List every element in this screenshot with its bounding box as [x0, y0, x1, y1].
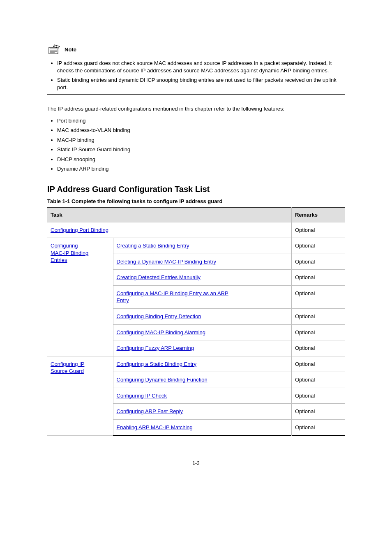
- subtask-cell: Configuring Binding Entry Detection: [113, 309, 291, 325]
- table-row: Configuring IP Source Guard Configuring …: [47, 356, 345, 372]
- remarks-cell: Optional: [291, 340, 345, 356]
- task-group-ip-source-guard: Configuring IP Source Guard: [47, 356, 113, 435]
- top-rule: [47, 29, 345, 29]
- remarks-cell: Optional: [291, 388, 345, 404]
- feature-item: Dynamic ARP binding: [57, 165, 345, 173]
- feature-item: Static IP Source Guard binding: [57, 146, 345, 154]
- remarks-cell: Optional: [291, 254, 345, 270]
- note-icon: [47, 44, 61, 55]
- remarks-cell: Optional: [291, 270, 345, 286]
- remarks-cell: Optional: [291, 404, 345, 420]
- link-binding-entry-detection[interactable]: Configuring Binding Entry Detection: [117, 313, 201, 319]
- link-ip-check[interactable]: Configuring IP Check: [117, 393, 167, 399]
- link-arp-fast-reply[interactable]: Configuring ARP Fast Reply: [117, 408, 183, 414]
- subtask-cell: Configuring ARP Fast Reply: [113, 404, 291, 420]
- link-mac-ip-as-arp-entry[interactable]: Configuring a MAC-IP Binding Entry as an…: [117, 290, 228, 304]
- note-item: Static binding entries and dynamic DHCP …: [57, 76, 345, 91]
- link-dynamic-binding-function[interactable]: Configuring Dynamic Binding Function: [117, 377, 208, 383]
- link-line: Entry: [117, 297, 129, 303]
- note-item: IP address guard does not check source M…: [57, 60, 345, 74]
- remarks-cell: Optional: [291, 222, 345, 238]
- link-configuring-port-binding[interactable]: Configuring Port Binding: [51, 227, 108, 233]
- link-arp-mac-ip-matching[interactable]: Enabling ARP MAC-IP Matching: [117, 424, 193, 430]
- table-caption: Table 1-1 Complete the following tasks t…: [47, 198, 345, 204]
- task-cell: Configuring Port Binding: [47, 222, 291, 238]
- feature-item: DHCP snooping: [57, 155, 345, 164]
- section-heading: IP Address Guard Configuration Task List: [47, 185, 345, 194]
- subtask-cell: Configuring MAC-IP Binding Alarming: [113, 324, 291, 340]
- link-static-binding-entry-2[interactable]: Configuring a Static Binding Entry: [117, 361, 196, 367]
- subtask-cell: Enabling ARP MAC-IP Matching: [113, 419, 291, 435]
- link-line: MAC-IP Binding: [51, 250, 88, 256]
- page-container: Note IP address guard does not check sou…: [0, 0, 392, 483]
- remarks-cell: Optional: [291, 285, 345, 308]
- link-configuring-ip-source-guard[interactable]: Configuring IP Source Guard: [51, 361, 84, 375]
- note-header: Note: [47, 44, 345, 55]
- feature-item: Port binding: [57, 117, 345, 125]
- remarks-cell: Optional: [291, 309, 345, 325]
- feature-list: Port binding MAC address-to-VLAN binding…: [57, 117, 345, 173]
- remarks-cell: Optional: [291, 238, 345, 254]
- task-table: Task Remarks Configuring Port Binding Op…: [47, 207, 345, 436]
- subtask-cell: Configuring Dynamic Binding Function: [113, 372, 291, 388]
- link-line: Entries: [51, 257, 67, 263]
- remarks-cell: Optional: [291, 419, 345, 435]
- link-line: Configuring a MAC-IP Binding Entry as an…: [117, 290, 228, 296]
- intro-paragraph: The IP address guard-related configurati…: [47, 105, 345, 113]
- link-mac-ip-binding-alarming[interactable]: Configuring MAC-IP Binding Alarming: [117, 329, 206, 335]
- note-bottom-rule: [47, 94, 345, 95]
- note-label: Note: [65, 46, 76, 53]
- subtask-cell: Configuring a Static Binding Entry: [113, 356, 291, 372]
- link-line: Configuring IP: [51, 361, 84, 367]
- subtask-cell: Creating a Static Binding Entry: [113, 238, 291, 254]
- link-configuring-mac-ip-binding-entries[interactable]: Configuring MAC-IP Binding Entries: [51, 243, 88, 263]
- subtask-cell: Creating Detected Entries Manually: [113, 270, 291, 286]
- feature-item: MAC address-to-VLAN binding: [57, 126, 345, 134]
- link-line: Source Guard: [51, 368, 84, 374]
- subtask-cell: Configuring Fuzzy ARP Learning: [113, 340, 291, 356]
- remarks-cell: Optional: [291, 356, 345, 372]
- page-number: 1-3: [47, 460, 345, 466]
- task-group-mac-ip: Configuring MAC-IP Binding Entries: [47, 238, 113, 356]
- table-row: Configuring Port Binding Optional: [47, 222, 345, 238]
- table-header-row: Task Remarks: [47, 207, 345, 222]
- table-row: Configuring MAC-IP Binding Entries Creat…: [47, 238, 345, 254]
- feature-item: MAC-IP binding: [57, 136, 345, 144]
- subtask-cell: Configuring a MAC-IP Binding Entry as an…: [113, 285, 291, 308]
- link-creating-detected-entries[interactable]: Creating Detected Entries Manually: [117, 274, 201, 280]
- col-remarks: Remarks: [291, 207, 345, 222]
- link-creating-static-binding-entry[interactable]: Creating a Static Binding Entry: [117, 243, 189, 249]
- note-list: IP address guard does not check source M…: [57, 60, 345, 91]
- link-fuzzy-arp-learning[interactable]: Configuring Fuzzy ARP Learning: [117, 345, 194, 351]
- subtask-cell: Configuring IP Check: [113, 388, 291, 404]
- remarks-cell: Optional: [291, 372, 345, 388]
- link-deleting-dynamic-mac-ip[interactable]: Deleting a Dynamic MAC-IP Binding Entry: [117, 259, 217, 265]
- remarks-cell: Optional: [291, 324, 345, 340]
- col-task: Task: [47, 207, 291, 222]
- subtask-cell: Deleting a Dynamic MAC-IP Binding Entry: [113, 254, 291, 270]
- link-line: Configuring: [51, 243, 78, 249]
- svg-rect-0: [49, 47, 58, 54]
- spacer: [47, 36, 345, 44]
